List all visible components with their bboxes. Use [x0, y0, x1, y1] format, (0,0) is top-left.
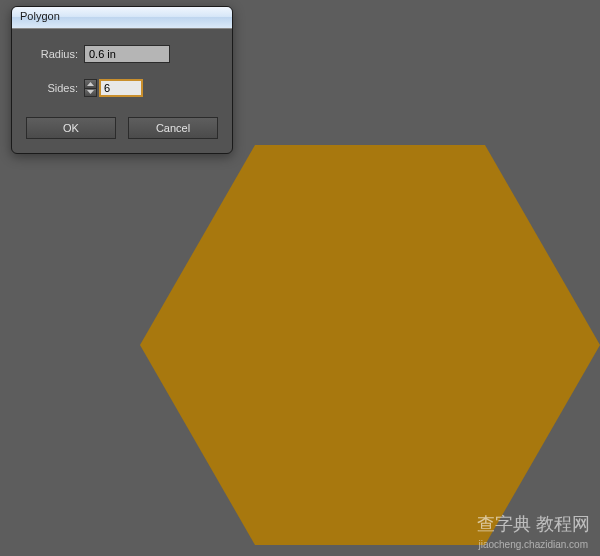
radius-label: Radius:: [26, 48, 78, 60]
dialog-body: Radius: Sides: OK Cancel: [12, 29, 232, 153]
svg-marker-0: [140, 145, 600, 545]
radius-row: Radius:: [26, 45, 218, 63]
sides-row: Sides:: [26, 79, 218, 97]
svg-marker-2: [87, 90, 94, 94]
polygon-dialog: Polygon Radius: Sides: OK C: [11, 6, 233, 154]
cancel-button[interactable]: Cancel: [128, 117, 218, 139]
watermark-text: 查字典 教程网: [477, 512, 590, 536]
dialog-title: Polygon: [20, 10, 60, 22]
radius-input[interactable]: [84, 45, 170, 63]
chevron-up-icon: [87, 82, 94, 86]
button-row: OK Cancel: [26, 117, 218, 139]
sides-input[interactable]: [99, 79, 143, 97]
polygon-shape: [140, 145, 600, 556]
watermark-url: jiaocheng.chazidian.com: [478, 539, 588, 550]
svg-marker-1: [87, 82, 94, 86]
dialog-titlebar[interactable]: Polygon: [12, 7, 232, 29]
stepper-down-button[interactable]: [85, 89, 96, 97]
ok-button[interactable]: OK: [26, 117, 116, 139]
stepper-up-button[interactable]: [85, 80, 96, 89]
sides-stepper: [84, 79, 97, 97]
chevron-down-icon: [87, 90, 94, 94]
sides-label: Sides:: [26, 82, 78, 94]
